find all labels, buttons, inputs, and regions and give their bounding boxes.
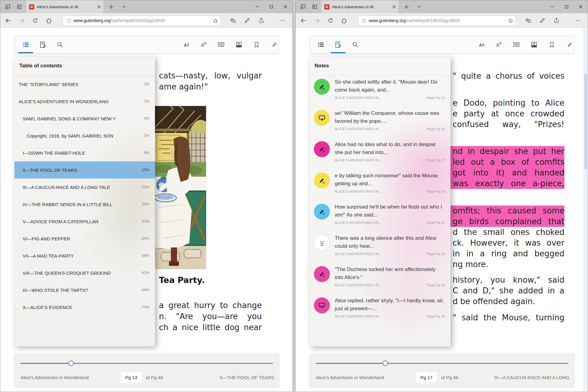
note-text: Alice had no idea what to do, and in des… [335, 141, 445, 157]
tabs-set-aside-icon[interactable] [309, 0, 320, 13]
address-bar[interactable]: www.gutenberg.org/cache/epub/19033/pg190… [358, 16, 516, 25]
toc-item[interactable]: I—DOWN THE RABBIT-HOLE6% [14, 144, 155, 161]
table-of-contents-icon[interactable] [314, 37, 328, 53]
page-scrollbar[interactable] [583, 28, 587, 391]
close-button[interactable] [278, 0, 292, 13]
refresh-icon[interactable] [325, 15, 336, 26]
grammar-tools-icon[interactable] [214, 37, 228, 53]
toc-item[interactable]: VIII—THE QUEEN'S CROQUET GROUND62% [14, 264, 155, 281]
toc-item[interactable]: Copyright, 1916, by SAM'L GABRIEL SON3% [14, 127, 155, 144]
page-number-box[interactable]: Pg 17 [416, 372, 437, 383]
slider-track[interactable] [316, 363, 568, 364]
toc-item[interactable]: ALICE'S ADVENTURES IN WONDERLAND2% [14, 93, 155, 110]
back-icon[interactable] [3, 15, 14, 26]
note-item[interactable]: A e by talking such nonsense!" said the … [310, 169, 450, 201]
favorites-hub-icon[interactable] [523, 15, 534, 26]
scrollbar-thumb[interactable] [584, 74, 587, 169]
minimize-button[interactable] [545, 0, 560, 13]
toc-item[interactable]: SAM'L GABRIEL SONS & COMPANY NEW Y3% [14, 110, 155, 127]
tab-close-icon[interactable] [392, 5, 396, 9]
toc-item[interactable]: IV—THE RABBIT SENDS IN A LITTLE BILL33% [14, 196, 155, 213]
search-icon[interactable] [348, 37, 363, 53]
page-slider[interactable] [21, 360, 273, 366]
text-options-icon[interactable]: A [491, 37, 506, 53]
favorites-hub-icon[interactable] [228, 15, 239, 26]
slider-track[interactable] [21, 363, 273, 364]
minimize-button[interactable] [250, 0, 264, 13]
slider-thumb[interactable] [68, 360, 74, 366]
toc-item-selected[interactable]: II—THE POOL OF TEARS15% [14, 161, 155, 179]
toc-item[interactable]: X—ALICE'S EVIDENCE74% [14, 299, 155, 316]
browser-tab[interactable]: G Alice's Adventures in W [321, 0, 398, 13]
web-note-pen-icon[interactable] [537, 15, 548, 26]
tab-close-icon[interactable] [97, 5, 101, 9]
back-icon[interactable] [298, 15, 309, 26]
close-button[interactable] [574, 0, 588, 13]
note-item[interactable]: se! 'William the Conqueror, whose cause … [310, 107, 450, 138]
note-item[interactable]: Alice replied, rather shyly, "I—I hardly… [310, 294, 450, 326]
page-number-box[interactable]: Pg 13 [121, 372, 141, 383]
fullscreen-icon[interactable] [562, 37, 577, 53]
toc-item[interactable]: VI—PIG AND PEPPER50% [14, 230, 155, 247]
tab-title: Alice's Adventures in W [332, 5, 390, 9]
tab-preview-chevron-icon[interactable] [414, 0, 425, 13]
toc-item[interactable]: THE "STORYLAND" SERIES2% [14, 76, 155, 93]
notes-icon[interactable] [36, 37, 50, 53]
tab-preview-chevron-icon[interactable] [119, 0, 130, 13]
new-tab-icon[interactable] [106, 0, 117, 13]
forward-icon[interactable] [311, 15, 322, 26]
note-item[interactable]: A How surprised he'll be when he finds o… [310, 201, 450, 232]
set-tabs-aside-icon[interactable] [2, 0, 13, 13]
save-to-books-icon[interactable] [232, 37, 246, 53]
book-text-line: d be offended again. [450, 296, 564, 307]
home-icon[interactable] [43, 15, 54, 26]
read-aloud-icon[interactable]: A [178, 37, 193, 53]
more-options-icon[interactable] [277, 15, 288, 26]
note-item[interactable]: A "The Duchess tucked her arm affectiona… [310, 263, 450, 294]
new-tab-icon[interactable] [401, 0, 412, 13]
address-bar[interactable]: www.gutenberg.org/cache/epub/19033/pg190… [63, 16, 221, 25]
book-text-line: e party at once crowded [450, 108, 564, 119]
text-options-icon[interactable]: A [196, 37, 211, 53]
bookmark-icon[interactable] [545, 37, 559, 53]
toc-item[interactable]: VII—A MAD TEA-PARTY56% [14, 247, 155, 264]
set-tabs-aside-icon[interactable] [297, 0, 308, 13]
maximize-button[interactable] [560, 0, 574, 13]
add-favorite-star-icon[interactable] [508, 18, 513, 23]
home-icon[interactable] [338, 15, 349, 26]
note-item[interactable]: A So she called softly after it, "Mouse … [310, 76, 450, 107]
web-note-pen-icon[interactable] [242, 15, 253, 26]
more-options-icon[interactable] [572, 15, 583, 26]
note-item[interactable]: A Alice had no idea what to do, and in d… [310, 138, 450, 169]
grammar-tools-icon[interactable] [509, 37, 524, 53]
add-favorite-star-icon[interactable] [213, 18, 218, 23]
page-slider[interactable] [316, 360, 568, 366]
bookmark-icon[interactable] [249, 37, 264, 53]
slider-thumb[interactable] [383, 360, 388, 366]
toc-item[interactable]: IX—WHO STOLE THE TARTS?69% [14, 281, 155, 299]
toc-item[interactable]: III—A CAUCUS-RACE AND A LONG TALE23% [14, 179, 155, 196]
share-icon[interactable] [551, 15, 562, 26]
svg-text:A: A [184, 43, 187, 47]
note-item[interactable]: U There was a long silence after this an… [310, 232, 450, 263]
book-text-line: " quite a chorus of voices [450, 71, 564, 81]
tab-title: Alice's Adventures in W [37, 5, 95, 9]
search-icon[interactable] [53, 37, 67, 53]
site-info-icon[interactable] [67, 18, 71, 23]
browser-tab[interactable]: G Alice's Adventures in W [26, 0, 103, 13]
site-info-icon[interactable] [362, 18, 367, 23]
tabs-set-aside-icon[interactable] [14, 0, 25, 13]
read-aloud-icon[interactable]: A [473, 37, 488, 53]
current-chapter: II—THE POOL OF TEARS [220, 375, 274, 380]
notes-icon[interactable] [331, 37, 345, 53]
note-page: Page Pg 26 [427, 315, 445, 318]
save-to-books-icon[interactable] [527, 37, 541, 53]
table-of-contents-icon[interactable] [18, 37, 33, 53]
refresh-icon[interactable] [30, 15, 41, 26]
forward-icon[interactable] [16, 15, 27, 26]
maximize-button[interactable] [264, 0, 278, 13]
fullscreen-icon[interactable] [267, 37, 282, 53]
toc-item[interactable]: V—ADVICE FROM A CATERPILLAR43% [14, 213, 155, 230]
share-icon[interactable] [256, 15, 267, 26]
highlighted-text-line: nd in despair she put her [450, 146, 564, 157]
